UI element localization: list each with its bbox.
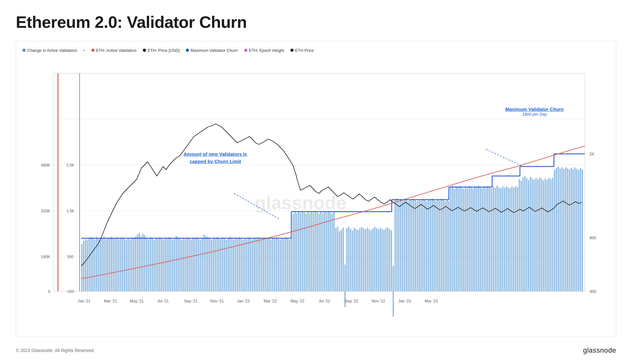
svg-rect-249 [506,186,507,291]
svg-rect-108 [244,238,246,291]
svg-rect-197 [409,199,410,291]
svg-rect-272 [548,178,550,291]
svg-rect-220 [452,185,453,291]
svg-rect-104 [237,239,238,291]
svg-rect-260 [526,178,527,291]
svg-rect-40 [118,239,119,291]
svg-rect-231 [472,188,474,291]
legend-label-eth-price: ETH: Price [USD] [148,48,179,53]
svg-rect-282 [567,168,568,291]
svg-rect-179 [376,228,377,291]
chart-area: 0 160K 320K 480K -500 500 1.5K 2.5K 400 … [22,58,610,317]
svg-rect-107 [242,240,244,291]
svg-rect-191 [398,201,399,291]
svg-rect-94 [218,238,220,291]
svg-rect-142 [307,212,309,291]
svg-text:Nov '21: Nov '21 [210,299,224,303]
svg-rect-233 [476,188,477,291]
svg-text:0: 0 [48,289,50,294]
svg-rect-236 [482,188,483,291]
svg-rect-253 [513,188,514,291]
legend-label-change-active: Change in Active Validators [27,48,77,53]
page-title: Ethereum 2.0: Validator Churn [16,13,616,32]
svg-rect-193 [402,200,403,291]
svg-rect-132 [289,240,290,291]
svg-rect-144 [311,212,312,291]
svg-rect-162 [344,264,346,291]
svg-text:Jan '21: Jan '21 [78,299,91,303]
svg-rect-242 [493,186,494,291]
svg-rect-187 [391,230,392,291]
svg-rect-29 [98,239,99,291]
legend-label-epoch-height: ETH: Epoch Height [249,48,284,53]
svg-rect-135 [295,212,296,291]
svg-rect-123 [272,238,273,291]
svg-rect-47 [131,238,132,291]
svg-rect-167 [354,228,355,291]
svg-rect-177 [372,228,374,291]
svg-rect-26 [92,239,94,291]
svg-rect-252 [511,186,513,291]
svg-rect-254 [515,186,516,291]
svg-rect-21 [83,241,84,291]
svg-rect-113 [253,238,255,291]
svg-rect-85 [202,238,203,291]
svg-rect-222 [456,186,457,291]
svg-rect-118 [263,238,264,291]
svg-rect-289 [580,168,581,291]
svg-rect-201 [417,201,418,291]
svg-rect-111 [250,239,251,291]
watermark: glassnode [255,192,346,213]
svg-rect-261 [528,180,529,291]
legend-eth-active: ETH: Active Validators [91,48,137,53]
legend-eth-price: ETH: Price [USD] [143,48,179,53]
svg-rect-196 [407,201,409,291]
svg-rect-266 [537,179,538,291]
svg-rect-225 [461,187,463,291]
svg-rect-235 [480,187,481,291]
svg-rect-103 [235,238,236,291]
footer-copyright: © 2023 Glassnode. All Rights Reserved. [16,348,95,353]
svg-rect-271 [547,180,548,291]
svg-rect-37 [113,238,114,291]
svg-rect-288 [578,170,579,291]
svg-rect-92 [215,239,216,291]
svg-rect-148 [319,214,320,291]
svg-text:Nov '22: Nov '22 [372,299,385,303]
svg-text:Sep '22: Sep '22 [345,299,358,303]
svg-rect-285 [573,169,574,291]
svg-rect-30 [100,240,101,291]
svg-rect-279 [561,167,562,291]
svg-rect-23 [87,240,88,291]
svg-rect-255 [517,187,518,291]
svg-rect-79 [191,240,192,291]
svg-rect-276 [556,168,557,291]
svg-rect-41 [120,238,121,291]
svg-rect-39 [116,237,118,291]
svg-rect-141 [306,214,307,291]
svg-rect-292 [393,291,394,317]
legend-eth-price-right: ETH Price [290,48,314,53]
svg-text:Jan '23: Jan '23 [398,299,411,303]
legend-label-max-churn: Maximum Validator Churn [191,48,238,53]
svg-rect-33 [105,239,106,291]
svg-rect-161 [343,228,344,291]
svg-rect-74 [181,240,183,291]
svg-rect-42 [122,237,123,291]
svg-rect-53 [142,234,143,291]
svg-rect-159 [339,231,340,291]
chart-legend: Change in Active Validators - ETH: Activ… [22,48,610,53]
svg-rect-286 [574,167,576,291]
svg-text:Jul '22: Jul '22 [319,299,330,303]
svg-rect-25 [90,237,92,291]
svg-rect-219 [450,187,451,291]
svg-rect-140 [304,213,305,291]
svg-text:Mar '23: Mar '23 [425,299,438,303]
svg-rect-215 [443,200,444,291]
svg-rect-216 [445,201,446,291]
svg-rect-129 [283,239,284,291]
page-container: Ethereum 2.0: Validator Churn Change in … [0,0,632,364]
svg-rect-227 [465,186,466,291]
svg-rect-49 [135,237,136,291]
svg-rect-241 [491,188,492,291]
